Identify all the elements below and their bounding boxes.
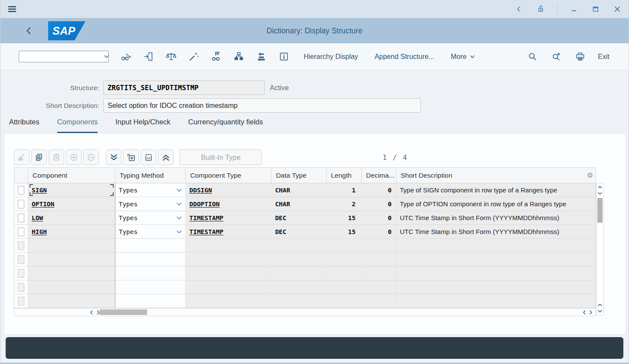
component-cell[interactable]: OPTION bbox=[28, 197, 115, 211]
row-checkbox bbox=[18, 269, 24, 278]
search-next-icon[interactable] bbox=[550, 51, 562, 63]
chevron-down-icon[interactable] bbox=[176, 187, 182, 193]
where-used-icon[interactable] bbox=[210, 51, 222, 63]
column-header-length[interactable]: Length bbox=[327, 168, 362, 183]
column-settings-icon[interactable]: ⚙ bbox=[587, 168, 593, 183]
row-checkbox[interactable] bbox=[18, 214, 24, 222]
exit-button[interactable]: Exit bbox=[598, 53, 609, 61]
close-icon[interactable] bbox=[612, 4, 622, 14]
more-button[interactable]: More bbox=[451, 53, 475, 61]
header-form: Structure: Active Short Description: bbox=[0, 81, 629, 116]
built-in-type-button[interactable]: Built-In Type bbox=[180, 150, 262, 165]
print-icon[interactable] bbox=[574, 51, 586, 63]
row-checkbox bbox=[18, 255, 24, 264]
structure-input[interactable] bbox=[108, 84, 260, 92]
column-header-component[interactable]: Component bbox=[28, 168, 115, 183]
row-checkbox[interactable] bbox=[18, 228, 24, 236]
v-scroll-thumb[interactable] bbox=[597, 198, 603, 223]
append-structure-button[interactable]: Append Structure... bbox=[374, 53, 434, 61]
add-row-button[interactable] bbox=[66, 150, 82, 165]
short-description-cell: Type of SIGN component in row type of a … bbox=[396, 183, 596, 197]
hierarchy-icon[interactable] bbox=[233, 51, 245, 63]
chevron-down-icon[interactable] bbox=[176, 201, 182, 207]
activate-icon[interactable] bbox=[187, 51, 200, 63]
typing-method-dropdown[interactable]: Types bbox=[115, 183, 186, 197]
paste-button[interactable] bbox=[49, 150, 64, 165]
minimize-icon[interactable] bbox=[569, 4, 579, 14]
search-icon[interactable] bbox=[526, 51, 538, 63]
component-type-cell[interactable]: TIMESTAMP bbox=[186, 211, 272, 224]
table-toolbar: Built-In Type 1 / 4 bbox=[14, 149, 616, 166]
column-header-short-description[interactable]: Short Description bbox=[396, 168, 596, 183]
display-change-icon[interactable] bbox=[120, 51, 132, 63]
row-checkbox bbox=[18, 283, 24, 292]
row-pager: 1 / 4 bbox=[383, 149, 408, 166]
chevron-down-icon bbox=[469, 54, 475, 60]
v-scroll-arrows[interactable] bbox=[596, 185, 603, 196]
component-type-cell[interactable]: DDOPTION bbox=[186, 197, 272, 211]
delete-row-button[interactable] bbox=[141, 150, 156, 165]
page-title: Dictionary: Display Structure bbox=[0, 26, 629, 36]
command-input[interactable] bbox=[19, 51, 103, 62]
decimals-cell: 0 bbox=[362, 225, 396, 238]
command-field[interactable] bbox=[19, 51, 109, 62]
info-icon[interactable] bbox=[278, 51, 290, 63]
v-scroll-arrows[interactable] bbox=[596, 302, 603, 314]
insert-row-button[interactable] bbox=[123, 150, 139, 165]
structure-field[interactable] bbox=[103, 81, 265, 95]
column-header-typing-method[interactable]: Typing Method bbox=[115, 168, 186, 183]
short-description-cell: UTC Time Stamp in Short Form (YYYYMMDDhh… bbox=[396, 225, 596, 238]
cut-button[interactable] bbox=[14, 150, 29, 165]
length-cell: 1 bbox=[327, 183, 362, 197]
tab-currency-quantity-fields[interactable]: Currency/quantity fields bbox=[188, 116, 263, 133]
copy-button[interactable] bbox=[31, 150, 47, 165]
check-icon[interactable] bbox=[165, 51, 177, 63]
component-type-cell[interactable]: DDSIGN bbox=[186, 183, 272, 197]
table-empty-row bbox=[14, 266, 596, 280]
typing-method-dropdown[interactable]: Types bbox=[115, 211, 186, 224]
select-all-column-header[interactable] bbox=[14, 168, 28, 183]
short-description-label: Short Description: bbox=[0, 102, 103, 110]
vertical-scrollbar[interactable] bbox=[596, 183, 604, 315]
row-checkbox[interactable] bbox=[18, 186, 24, 195]
short-description-cell: Type of OPTION component in row type of … bbox=[396, 197, 596, 211]
hierarchy-display-button[interactable]: Hierarchy Display bbox=[304, 53, 358, 61]
component-type-cell[interactable]: TIMESTAMP bbox=[186, 225, 272, 238]
component-cell[interactable]: LOW bbox=[28, 211, 115, 224]
horizontal-scrollbar[interactable] bbox=[14, 309, 596, 316]
menu-icon[interactable] bbox=[6, 3, 19, 16]
tab-attributes[interactable]: Attributes bbox=[9, 116, 39, 133]
page-down-icon[interactable] bbox=[106, 150, 121, 165]
typing-method-dropdown[interactable]: Types bbox=[115, 225, 186, 238]
column-header-component-type[interactable]: Component Type bbox=[186, 168, 272, 183]
maximize-icon[interactable] bbox=[590, 4, 601, 14]
tab-components[interactable]: Components bbox=[57, 116, 98, 133]
column-header-data-type[interactable]: Data Type bbox=[272, 168, 327, 183]
h-scroll-thumb[interactable] bbox=[99, 309, 147, 315]
page-up-icon[interactable] bbox=[158, 150, 174, 165]
h-scroll-arrows[interactable] bbox=[582, 309, 593, 316]
back-button[interactable] bbox=[23, 25, 35, 37]
tab-strip: Attributes Components Input Help/Check C… bbox=[9, 116, 629, 133]
nav-back-icon[interactable] bbox=[514, 4, 524, 14]
runtime-object-icon[interactable] bbox=[255, 51, 267, 63]
component-cell[interactable]: HIGH bbox=[28, 225, 115, 238]
data-type-cell: DEC bbox=[272, 211, 327, 224]
short-description-field[interactable] bbox=[103, 98, 421, 113]
tab-input-help-check[interactable]: Input Help/Check bbox=[115, 116, 170, 133]
chevron-down-icon[interactable] bbox=[176, 215, 182, 221]
remove-row-button[interactable] bbox=[83, 150, 99, 165]
chevron-down-icon[interactable] bbox=[103, 51, 110, 62]
divider bbox=[557, 5, 557, 13]
component-cell[interactable]: SIGN bbox=[28, 183, 115, 197]
unlock-icon[interactable] bbox=[535, 4, 546, 14]
typing-method-dropdown[interactable]: Types bbox=[115, 197, 186, 211]
chevron-down-icon[interactable] bbox=[176, 229, 182, 235]
short-description-input[interactable] bbox=[108, 102, 416, 110]
table-empty-row bbox=[14, 294, 596, 308]
status-bar bbox=[6, 337, 623, 359]
row-checkbox[interactable] bbox=[18, 200, 24, 208]
column-header-decimals[interactable]: Decima... bbox=[362, 168, 396, 183]
goto-object-icon[interactable] bbox=[142, 51, 154, 63]
h-scroll-arrows[interactable] bbox=[89, 309, 101, 316]
